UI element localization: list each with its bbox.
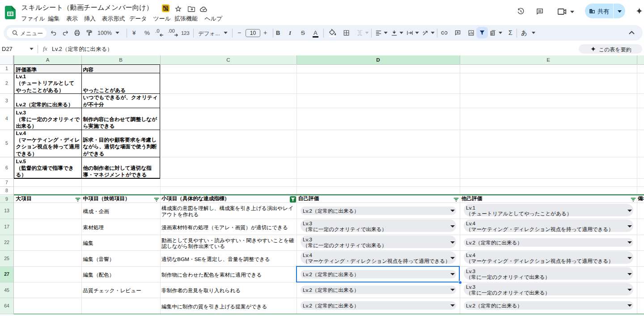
svg-text:A: A xyxy=(423,30,425,34)
